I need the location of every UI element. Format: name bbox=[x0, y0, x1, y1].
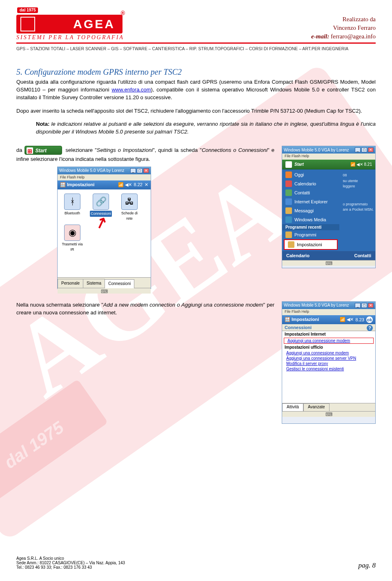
email-label: e-mail: bbox=[311, 33, 329, 40]
step-1-text: da Start selezionare "Settings o Imposta… bbox=[16, 146, 274, 289]
window-menu-3: File Flash Help bbox=[282, 309, 375, 315]
agea-logo: dal 1975 AGEA ® bbox=[16, 8, 127, 33]
tab-sistema: Sistema bbox=[83, 279, 105, 288]
tab-attivita: Attività bbox=[282, 403, 303, 411]
menu-messaggi: Messaggi bbox=[282, 206, 339, 215]
bluetooth-item: ᚼBluetooth bbox=[61, 194, 84, 221]
email-value: ferraro@agea.info bbox=[329, 33, 376, 40]
logo-text: AGEA bbox=[73, 17, 115, 31]
min-icon: _ bbox=[130, 168, 136, 173]
conn-tabs: Attività Avanzate bbox=[282, 403, 375, 411]
author-label: Realizzato da bbox=[311, 15, 376, 24]
nota-label: Nota: bbox=[36, 121, 49, 127]
connections-icon: 🔗 bbox=[93, 194, 109, 210]
nic-icon: 🖧 bbox=[121, 194, 138, 210]
menu-wmedia: Windows Media bbox=[282, 215, 339, 224]
author-name: Vincenzo Ferraro bbox=[311, 24, 376, 32]
connessioni-body: Connessioni? Impostazioni Internet Aggiu… bbox=[282, 324, 375, 411]
proxy-link: Modifica il server proxy bbox=[282, 361, 375, 366]
bluetooth-icon: ᚼ bbox=[64, 194, 80, 210]
start-button-inline: Start bbox=[24, 146, 62, 155]
window-titlebar: Windows Mobile 5.0 VGA by Lorenz _□✕ bbox=[58, 167, 151, 174]
windows-flag-icon bbox=[285, 161, 292, 168]
screenshot-connessioni: Windows Mobile 5.0 VGA by Lorenz _□✕ Fil… bbox=[282, 301, 376, 424]
footer-address: Agea S.R.L. A Socio unico Sede Amm.: 810… bbox=[16, 556, 125, 570]
window-titlebar-3: Windows Mobile 5.0 VGA by Lorenz _□✕ bbox=[282, 302, 375, 309]
page-footer: Agea S.R.L. A Socio unico Sede Amm.: 810… bbox=[16, 556, 376, 570]
page-header: dal 1975 AGEA ® SISTEMI PER LA TOPOGRAFI… bbox=[16, 8, 376, 44]
settings-tabs: Personale Sistema Connessioni bbox=[58, 277, 151, 288]
screenshot-start-menu: Windows Mobile 5.0 VGA by Lorenz _□✕ Fil… bbox=[282, 146, 376, 268]
menu-contatti: Contatti bbox=[282, 188, 339, 197]
settings-body: ᚼBluetooth 🔗Connessioni 🖧Schede di rete … bbox=[58, 189, 151, 277]
paragraph-1: Questa guida alla configurazione riguard… bbox=[16, 78, 376, 102]
impostazioni-highlight: Impostazioni bbox=[284, 239, 338, 250]
wm-header-bar: 🪟 Impostazioni 📶 ◀✕ 8.22 ✕ bbox=[58, 180, 151, 189]
nota-paragraph: Nota: le indicazioni relative ai pulsant… bbox=[16, 120, 376, 136]
ir-item: ◉Trasmetti via IR bbox=[61, 225, 84, 252]
step-1-row: da Start selezionare "Settings o Imposta… bbox=[16, 146, 376, 289]
schede-item: 🖧Schede di rete bbox=[118, 194, 141, 221]
logo-subtitle: SISTEMI PER LA TOPOGRAFIA bbox=[16, 34, 127, 41]
menu-programmi: Programmi bbox=[282, 230, 339, 239]
ok-button: ok bbox=[366, 316, 373, 323]
header-author: Realizzato da Vincenzo Ferraro e-mail: f… bbox=[311, 15, 376, 41]
tab-personale: Personale bbox=[58, 279, 83, 288]
close-icon: ✕ bbox=[143, 168, 149, 173]
page-number: pag. 8 bbox=[359, 561, 376, 570]
screenshot-impostazioni: Windows Mobile 5.0 VGA by Lorenz _□✕ Fil… bbox=[57, 167, 151, 289]
conn-title: Connessioni? bbox=[282, 324, 375, 331]
side-hints: 08 su utente leggere o programmato are a… bbox=[343, 173, 374, 213]
window-menu: File Flash Help bbox=[58, 174, 151, 180]
services-line: GPS – STAZIONI TOTALI – LASER SCANNER – … bbox=[16, 46, 376, 51]
menu-oggi: Oggi bbox=[282, 170, 339, 179]
keyboard-icon-2: ⌨ bbox=[282, 260, 375, 266]
menu-recent-header: Programmi recenti bbox=[282, 224, 339, 230]
tab-connessioni: Connessioni bbox=[105, 279, 134, 288]
logo-red-box: AGEA ® bbox=[16, 15, 122, 33]
start-footer: CalendarioContatti bbox=[282, 251, 375, 260]
help-icon: ? bbox=[367, 325, 373, 331]
manage-link: Gestisci le connessioni esistenti bbox=[282, 366, 375, 372]
add-modem-link-highlighted: Aggiungi una connessione modem bbox=[284, 338, 374, 344]
paragraph-2: Dopo aver inserito la scheda nell'apposi… bbox=[16, 107, 376, 115]
add-vpn-link: Aggiungi una connessione server VPN bbox=[282, 356, 375, 361]
start-bar: Start📶 ◀✕ 8.21 bbox=[282, 160, 375, 169]
ir-icon: ◉ bbox=[64, 225, 80, 241]
keyboard-icon-3: ⌨ bbox=[282, 411, 375, 417]
add-modem-link-2: Aggiungi una connessione modem bbox=[282, 350, 375, 356]
internet-section: Impostazioni Internet bbox=[282, 331, 375, 337]
wm-header-bar-3: 🪟 Impostazioni 📶 ◀✕ 8.23 ok bbox=[282, 315, 375, 324]
step-2-row: Nella nuova schermata selezionare "Add a… bbox=[16, 301, 376, 424]
max-icon: □ bbox=[137, 168, 143, 173]
menu-calendario: Calendario bbox=[282, 179, 339, 188]
step-2-text: Nella nuova schermata selezionare "Add a… bbox=[16, 301, 274, 317]
office-section: Impostazioni ufficio bbox=[282, 344, 375, 350]
menu-ie: Internet Explorer bbox=[282, 197, 339, 206]
window-menu-2: File Flash Help bbox=[282, 154, 375, 160]
window-titlebar-2: Windows Mobile 5.0 VGA by Lorenz _□✕ bbox=[282, 146, 375, 154]
keyboard-icon: ⌨ bbox=[58, 288, 151, 294]
enfora-link[interactable]: www.enfora.com bbox=[111, 87, 151, 93]
logo-since-badge: dal 1975 bbox=[17, 7, 38, 13]
tab-avanzate: Avanzate bbox=[303, 403, 330, 411]
section-heading: 5. Configurazione modem GPRS interno per… bbox=[16, 67, 376, 77]
start-menu-body: Start📶 ◀✕ 8.21 08 su utente leggere o pr… bbox=[282, 160, 375, 260]
